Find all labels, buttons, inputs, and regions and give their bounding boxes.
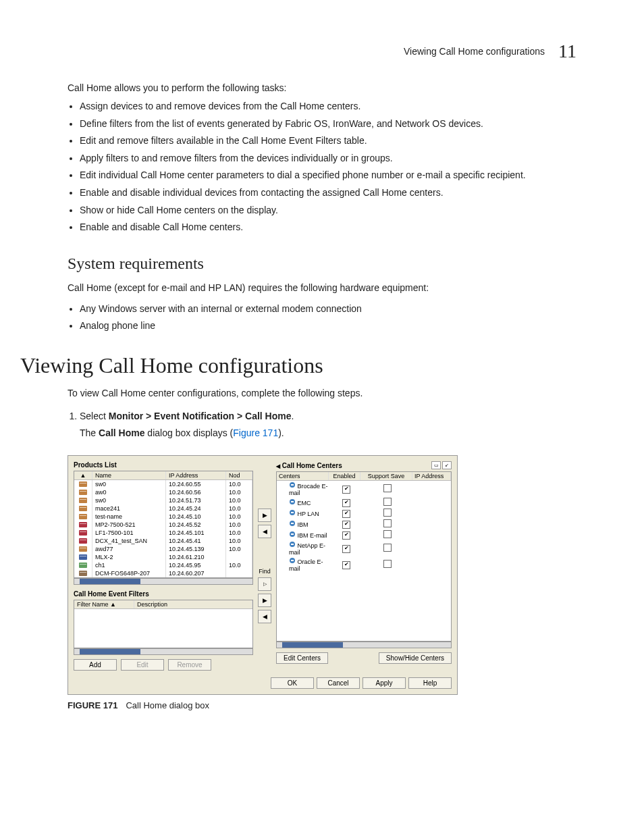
support-save-checkbox[interactable] — [383, 519, 392, 527]
col-centers[interactable]: Centers — [277, 472, 329, 480]
sort-icon[interactable]: ▲ — [74, 471, 92, 479]
task-item: Enable and disable Call Home centers. — [80, 221, 576, 234]
find-go-button[interactable]: ▷ — [258, 577, 271, 591]
device-icon — [74, 521, 92, 529]
products-table[interactable]: ▲ Name IP Address Nod sw010.24.60.5510.0… — [74, 471, 253, 578]
col-description[interactable]: Description — [134, 600, 252, 608]
col-filter-name[interactable]: Filter Name ▲ — [74, 600, 134, 608]
device-icon — [74, 545, 92, 553]
device-icon — [74, 553, 92, 561]
find-left-button[interactable]: ◀ — [258, 610, 271, 623]
col-name[interactable]: Name — [92, 471, 166, 479]
chapter-number: 11 — [558, 41, 576, 62]
move-right-button[interactable]: ▶ — [258, 509, 271, 522]
apply-button[interactable]: Apply — [363, 677, 406, 689]
svg-rect-15 — [80, 540, 86, 540]
show-hide-centers-button[interactable]: Show/Hide Centers — [379, 652, 452, 664]
col-support-save[interactable]: Support Save — [360, 472, 412, 480]
device-icon — [74, 504, 92, 513]
task-item: Apply filters to and remove filters from… — [80, 152, 576, 165]
table-row[interactable]: MLX-210.24.61.210 — [74, 553, 252, 561]
enabled-checkbox[interactable]: ✔ — [342, 499, 350, 507]
svg-rect-9 — [80, 515, 86, 516]
section-heading-sysreq: System requirements — [68, 255, 576, 273]
svg-rect-3 — [80, 491, 86, 492]
svg-rect-11 — [80, 523, 86, 524]
enabled-checkbox[interactable]: ✔ — [342, 545, 350, 553]
enabled-checkbox[interactable]: ✔ — [342, 561, 350, 569]
table-row[interactable]: DCX_41_test_SAN10.24.45.4110.0 — [74, 537, 252, 545]
add-button[interactable]: Add — [74, 659, 117, 671]
support-save-checkbox[interactable] — [383, 484, 392, 492]
h-scrollbar[interactable] — [74, 648, 253, 655]
support-save-checkbox[interactable] — [383, 509, 392, 517]
centers-title: Call Home Centers — [282, 462, 342, 469]
task-item: Show or hide Call Home centers on the di… — [80, 204, 576, 217]
h-scrollbar[interactable] — [276, 642, 452, 648]
table-row[interactable]: awd7710.24.45.13910.0 — [74, 545, 252, 553]
cancel-button[interactable]: Cancel — [317, 677, 360, 689]
enabled-checkbox[interactable]: ✔ — [342, 486, 350, 494]
filters-title: Call Home Event Filters — [74, 590, 253, 598]
find-label: Find — [259, 568, 271, 575]
ok-button[interactable]: OK — [271, 677, 314, 689]
filters-table[interactable]: Filter Name ▲ Description — [74, 600, 253, 648]
svg-rect-25 — [291, 484, 294, 486]
enabled-checkbox[interactable]: ✔ — [342, 521, 350, 529]
svg-rect-10 — [79, 522, 87, 527]
svg-rect-27 — [291, 501, 294, 502]
device-icon — [74, 496, 92, 504]
help-button[interactable]: Help — [408, 677, 452, 689]
svg-rect-22 — [79, 571, 87, 576]
centers-table[interactable]: Centers Enabled Support Save IP Address … — [276, 471, 452, 642]
col-ip[interactable]: IP Address — [166, 471, 226, 479]
table-row[interactable]: sw010.24.51.7310.0 — [74, 496, 252, 504]
table-row[interactable]: LF1-7500-10110.24.45.10110.0 — [74, 529, 252, 537]
enabled-checkbox[interactable]: ✔ — [342, 531, 350, 540]
center-row[interactable]: Brocade E-mail✔ — [277, 481, 451, 497]
support-save-checkbox[interactable] — [383, 544, 392, 552]
center-row[interactable]: Oracle E-mail✔ — [277, 556, 451, 573]
center-row[interactable]: HP LAN✔ — [277, 508, 451, 519]
center-row[interactable]: IBM✔ — [277, 519, 451, 529]
svg-rect-29 — [291, 512, 294, 513]
svg-rect-12 — [79, 530, 87, 536]
table-row[interactable]: ch110.24.45.9510.0 — [74, 561, 252, 569]
svg-rect-14 — [79, 538, 87, 544]
h-scrollbar[interactable] — [74, 578, 253, 585]
table-row[interactable]: DCM-FOS648P-20710.24.60.207 — [74, 569, 252, 577]
svg-rect-16 — [79, 546, 87, 552]
table-row[interactable]: mace24110.24.45.2410.0 — [74, 504, 252, 513]
figure-link[interactable]: Figure 171 — [233, 427, 278, 438]
svg-rect-18 — [79, 554, 87, 560]
col-enabled[interactable]: Enabled — [329, 472, 360, 480]
support-save-checkbox[interactable] — [383, 498, 392, 506]
col-ip-address[interactable]: IP Address — [412, 472, 451, 480]
edit-button: Edit — [121, 659, 164, 671]
col-nod[interactable]: Nod — [226, 471, 252, 479]
table-row[interactable]: MP2-7500-52110.24.45.5210.0 — [74, 521, 252, 529]
find-right-button[interactable]: ▶ — [258, 594, 271, 607]
table-row[interactable]: aw010.24.60.5610.0 — [74, 488, 252, 496]
enabled-checkbox[interactable]: ✔ — [342, 510, 350, 518]
svg-rect-31 — [291, 523, 294, 524]
center-row[interactable]: EMC✔ — [277, 497, 451, 508]
svg-rect-33 — [291, 533, 294, 535]
edit-centers-button[interactable]: Edit Centers — [276, 652, 328, 664]
expand-icon[interactable]: ▭ — [431, 461, 441, 469]
svg-rect-21 — [80, 564, 86, 565]
svg-rect-0 — [79, 481, 87, 487]
support-save-checkbox[interactable] — [383, 530, 392, 538]
task-item: Define filters from the list of events g… — [80, 118, 576, 131]
support-save-checkbox[interactable] — [383, 560, 392, 568]
task-item: Edit and remove filters available in the… — [80, 134, 576, 148]
move-left-button[interactable]: ◀ — [258, 525, 271, 538]
center-row[interactable]: IBM E-mail✔ — [277, 529, 451, 540]
device-icon — [74, 537, 92, 545]
center-row[interactable]: NetApp E-mail✔ — [277, 540, 451, 556]
header-section: Viewing Call Home configurations — [404, 46, 545, 57]
svg-rect-23 — [80, 572, 86, 573]
table-row[interactable]: sw010.24.60.5510.0 — [74, 480, 252, 488]
table-row[interactable]: test-name10.24.45.1010.0 — [74, 513, 252, 521]
collapse-icon[interactable]: ↙ — [442, 461, 452, 469]
